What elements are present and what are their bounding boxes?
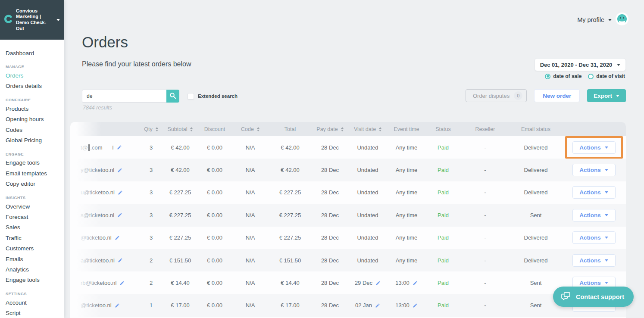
edit-email-icon[interactable]	[118, 258, 123, 263]
export-button[interactable]: Export	[587, 89, 626, 102]
sidebar-item-forecast[interactable]: Forecast	[6, 212, 61, 222]
edit-email-icon[interactable]	[119, 281, 125, 286]
chevron-down-icon	[608, 19, 612, 21]
edit-event-time-icon[interactable]	[413, 281, 418, 286]
search-button[interactable]	[166, 90, 179, 103]
qty-cell: 3	[139, 144, 163, 151]
sidebar-item-global-pricing[interactable]: Global Pricing	[6, 135, 61, 145]
edit-email-icon[interactable]	[115, 235, 120, 240]
discount-cell: € 0.00	[197, 212, 232, 218]
sidebar-item-orders-details[interactable]: Orders details	[6, 81, 61, 91]
column-header-code[interactable]: Code	[232, 122, 269, 136]
email-status-cell: Delivered	[510, 189, 562, 196]
edit-visit-date-icon[interactable]	[375, 303, 380, 308]
sidebar-item-opening-hours[interactable]: Opening hours	[6, 114, 61, 125]
date-range-picker[interactable]: Dec 01, 2020 - Dec 31, 2020	[535, 58, 626, 71]
edit-email-icon[interactable]	[117, 168, 122, 173]
order-disputes-button[interactable]: Order disputes 0	[466, 89, 527, 102]
table-body: t@t.com l 3 € 42.00 € 0.00 N/A € 42.00 2…	[70, 136, 626, 317]
pay-date-cell: 28 Dec	[312, 302, 348, 309]
code-cell: N/A	[232, 257, 269, 264]
subtotal-cell: € 151.50	[163, 257, 197, 264]
sort-icon[interactable]	[257, 127, 259, 131]
sidebar-item-orders[interactable]: Orders	[6, 70, 61, 81]
profile-menu[interactable]: My profile	[577, 12, 628, 27]
subtotal-cell: € 17.00	[163, 302, 197, 309]
discount-cell: € 0.00	[197, 144, 232, 151]
subtotal-cell: € 227.25	[163, 189, 197, 196]
actions-button[interactable]: Actions	[572, 254, 616, 267]
total-cell: € 227.25	[269, 212, 312, 218]
chevron-down-icon	[617, 64, 620, 66]
sidebar-item-email-templates[interactable]: Email templates	[6, 168, 61, 178]
profile-label: My profile	[577, 16, 604, 23]
email-cell: y@ticketoo.nl	[70, 167, 139, 173]
edit-email-icon[interactable]	[115, 303, 120, 308]
chevron-down-icon	[616, 95, 619, 97]
subtotal-cell: € 14.40	[163, 280, 197, 286]
table-row: @ticketoo.nl 1 € 17.00 € 0.00 N/A € 17.0…	[70, 294, 626, 317]
column-header-visit[interactable]: Visit date	[348, 122, 387, 136]
table-row: rb@ticketoo.nl 2 € 14.40 € 0.00 N/A € 14…	[70, 271, 626, 294]
sidebar-section-insights: INSIGHTS	[6, 194, 61, 201]
column-header-subtotal[interactable]: Subtotal	[163, 122, 197, 136]
extended-search-toggle[interactable]: Extended search	[188, 93, 238, 100]
edit-email-icon[interactable]	[117, 145, 122, 150]
workspace-switcher[interactable]: Convious Marketing | Demo Check-Out	[0, 0, 64, 40]
sidebar-section-settings: SETTINGS	[6, 290, 61, 297]
sort-icon[interactable]	[379, 127, 381, 131]
radio-selected-icon[interactable]	[545, 74, 550, 79]
actions-cell: Actions	[562, 186, 626, 199]
sort-icon[interactable]	[190, 127, 193, 131]
reseller-cell: -	[460, 234, 510, 241]
sidebar-item-engage-tools[interactable]: Engage tools	[6, 275, 61, 285]
table-row: s@ticketoo.nl 3 € 227.25 € 0.00 N/A € 22…	[70, 204, 626, 226]
radio-date-of-visit[interactable]: date of visit	[588, 73, 625, 79]
sidebar-item-sales[interactable]: Sales	[6, 222, 61, 233]
visit-date-cell: Undated	[348, 144, 387, 151]
search-input[interactable]	[82, 90, 166, 103]
edit-email-icon[interactable]	[117, 212, 122, 218]
sidebar-item-traffic[interactable]: Traffic	[6, 233, 61, 243]
sidebar-item-emails[interactable]: Emails	[6, 254, 61, 264]
sidebar-item-codes[interactable]: Codes	[6, 125, 61, 135]
code-cell: N/A	[232, 280, 269, 286]
sidebar-item-products[interactable]: Products	[6, 103, 61, 114]
status-badge: Paid	[426, 212, 460, 218]
sidebar-item-copy-editor[interactable]: Copy editor	[6, 179, 61, 189]
column-header-qty[interactable]: Qty	[139, 122, 163, 136]
visit-date-cell: Undated	[348, 234, 387, 241]
new-order-button[interactable]: New order	[534, 89, 580, 102]
contact-support-button[interactable]: Contact support	[553, 287, 634, 307]
sidebar-item-account[interactable]: Account	[6, 297, 61, 308]
actions-button[interactable]: Actions	[572, 209, 616, 221]
actions-button[interactable]: Actions	[572, 164, 616, 176]
actions-button[interactable]: Actions	[572, 186, 616, 199]
pay-date-cell: 28 Dec	[312, 212, 348, 218]
edit-event-time-icon[interactable]	[413, 303, 418, 308]
extended-search-checkbox[interactable]	[188, 93, 194, 100]
actions-button[interactable]: Actions	[572, 231, 616, 244]
customer-email: @ticketoo.nl	[81, 234, 112, 241]
sidebar-item-overview[interactable]: Overview	[6, 201, 61, 212]
sort-icon[interactable]	[156, 127, 158, 131]
visit-date-cell: Undated	[348, 212, 387, 218]
edit-visit-date-icon[interactable]	[375, 281, 381, 286]
code-cell: N/A	[232, 212, 269, 218]
sidebar-item-script[interactable]: Script	[6, 308, 61, 318]
radio-unselected-icon[interactable]	[588, 74, 594, 79]
sort-icon[interactable]	[341, 127, 344, 131]
discount-cell: € 0.00	[197, 257, 232, 264]
sidebar-item-customers[interactable]: Customers	[6, 243, 61, 253]
column-header-pay[interactable]: Pay date	[312, 122, 348, 136]
sidebar-item-dashboard[interactable]: Dashboard	[6, 48, 61, 58]
sidebar-item-analytics[interactable]: Analytics	[6, 264, 61, 274]
code-cell: N/A	[232, 189, 269, 196]
sidebar-item-engage-tools[interactable]: Engage tools	[6, 158, 61, 168]
radio-date-of-sale[interactable]: date of sale	[545, 73, 581, 79]
edit-email-icon[interactable]	[118, 190, 123, 195]
avatar[interactable]	[616, 12, 628, 27]
status-badge: Paid	[426, 234, 460, 241]
chevron-down-icon	[605, 191, 608, 193]
actions-button[interactable]: Actions	[572, 141, 616, 154]
